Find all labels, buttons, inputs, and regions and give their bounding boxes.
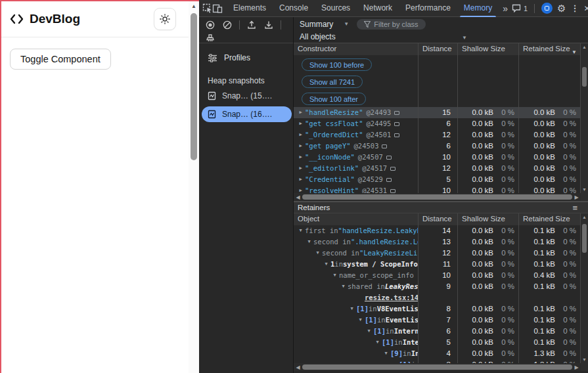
constructor-row[interactable]: ▶"_OrderedDict"@24501120.0 kB0 %0.0 kB0 … — [294, 129, 581, 141]
constructor-row[interactable]: ▶"get cssFloat"@2449560.0 kB0 %0.0 kB0 % — [294, 118, 581, 129]
tree-expanded-icon[interactable]: ▼ — [330, 270, 339, 281]
vscrollbar-thumb[interactable] — [582, 67, 587, 87]
preview-box-icon[interactable] — [390, 189, 396, 193]
scroll-down-icon[interactable]: ▼ — [581, 187, 588, 192]
tree-collapsed-icon[interactable]: ▶ — [296, 129, 305, 141]
tree-expanded-icon[interactable]: ▼ — [313, 248, 322, 259]
device-toolbar-icon[interactable] — [212, 0, 223, 17]
tree-expanded-icon[interactable]: ▼ — [339, 281, 348, 292]
preview-box-icon[interactable] — [386, 156, 392, 160]
tree-expanded-icon[interactable]: ▼ — [382, 348, 390, 359]
more-tabs-icon[interactable]: » — [499, 3, 512, 14]
retainers-hscrollbar[interactable]: ◀ ▶ — [294, 363, 581, 371]
load-profile-icon[interactable] — [244, 19, 259, 31]
retainer-row[interactable]: ▼[9] in In40.0 kB0 %1.3 kB0 % — [294, 348, 581, 359]
tree-collapsed-icon[interactable]: ▶ — [296, 163, 305, 174]
theme-toggle-button[interactable] — [154, 8, 176, 30]
scroll-up-icon[interactable]: ▲ — [581, 45, 588, 49]
issues-badge[interactable]: 1 — [512, 4, 528, 12]
constructor-row[interactable]: ▶"Credential"@2452950.0 kB0 %0.0 kB0 % — [294, 174, 581, 185]
scroll-up-icon[interactable]: ▲ — [189, 3, 199, 9]
snapshot-item-1[interactable]: Snap… (15…. — [199, 88, 293, 104]
retainer-row[interactable]: ▼1 in system / ScopeInfo @110.0 kB0 %0.1… — [294, 259, 581, 270]
column-constructor[interactable]: Constructor — [294, 43, 418, 55]
scroll-up-icon[interactable]: ▲ — [581, 215, 588, 219]
blue-circle-icon[interactable] — [541, 3, 553, 14]
constructor-row[interactable]: ▶"get pageY"@2450360.0 kB0 %0.0 kB0 % — [294, 141, 581, 152]
preview-box-icon[interactable] — [386, 178, 392, 182]
tree-expanded-icon[interactable]: ▼ — [348, 303, 356, 315]
clear-profiles-icon[interactable] — [220, 19, 235, 31]
preview-box-icon[interactable] — [394, 133, 399, 137]
snapshot-item-2[interactable]: Snap… (16…. — [202, 106, 292, 122]
tab-memory[interactable]: Memory — [457, 0, 499, 17]
scroll-down-icon[interactable]: ▼ — [581, 357, 588, 362]
preview-box-icon[interactable] — [390, 167, 396, 171]
object-filter-select[interactable]: All objects ▼ — [294, 31, 588, 43]
tree-collapsed-icon[interactable]: ▶ — [296, 141, 305, 152]
constructors-vscrollbar[interactable]: ▲ ▼ — [581, 43, 588, 201]
close-devtools-icon[interactable]: ✕ — [584, 5, 588, 12]
tree-expanded-icon[interactable]: ▼ — [365, 326, 373, 337]
hamburger-menu-icon[interactable]: ≡ — [572, 203, 577, 213]
hscrollbar-thumb[interactable] — [302, 194, 572, 200]
vscrollbar-thumb[interactable] — [582, 224, 587, 253]
preview-box-icon[interactable] — [382, 144, 387, 148]
retainers-vscrollbar[interactable]: ▲ ▼ — [581, 213, 588, 371]
tree-expanded-icon[interactable]: ▼ — [296, 225, 305, 236]
retainer-row[interactable]: resize.tsx:14 — [294, 292, 581, 303]
tab-sources[interactable]: Sources — [315, 0, 357, 17]
column-shallow-size[interactable]: Shallow Size — [458, 43, 519, 55]
column-retained-size[interactable]: Retained Size ▼ — [519, 43, 581, 55]
scroll-right-icon[interactable]: ▶ — [574, 364, 579, 370]
constructor-row[interactable]: ▶"_editorlink"@24517120.0 kB0 %0.0 kB0 % — [294, 163, 581, 174]
page-scrollbar[interactable]: ▲ — [189, 1, 199, 373]
tree-expanded-icon[interactable]: ▼ — [305, 236, 313, 248]
kebab-menu-icon[interactable]: ⋮ — [571, 4, 579, 12]
constructor-row[interactable]: ▶"resolveHint"@24531100.0 kB0 %0.0 kB0 % — [294, 185, 581, 193]
column-retained-size[interactable]: Retained Size — [519, 213, 581, 225]
column-shallow-size[interactable]: Shallow Size — [458, 213, 519, 225]
tab-console[interactable]: Console — [273, 0, 315, 17]
tree-collapsed-icon[interactable]: ▶ — [296, 174, 305, 185]
tree-expanded-icon[interactable]: ▼ — [322, 259, 330, 270]
scroll-left-icon[interactable]: ◀ — [295, 364, 301, 370]
preview-box-icon[interactable] — [394, 122, 399, 126]
retainer-row[interactable]: ▼shared in LeakyResiz90.0 kB0 %0.1 kB0 % — [294, 281, 581, 292]
tab-performance[interactable]: Performance — [399, 0, 457, 17]
tree-collapsed-icon[interactable]: ▶ — [296, 118, 305, 129]
column-object[interactable]: Object — [294, 213, 418, 225]
retainer-row[interactable]: ▼second in ".handleResize.Leaky130.0 kB0… — [294, 236, 581, 248]
tree-expanded-icon[interactable]: ▼ — [373, 337, 382, 348]
collect-garbage-icon[interactable] — [203, 32, 217, 44]
save-profile-icon[interactable] — [261, 19, 276, 31]
show-button-show-100-before[interactable]: Show 100 before — [302, 58, 372, 71]
column-distance[interactable]: Distance — [418, 43, 458, 55]
class-filter-input[interactable]: Filter by class — [357, 19, 425, 30]
retainer-row[interactable]: ▼first in "handleResize.LeakyRes140.0 kB… — [294, 225, 581, 236]
inspect-element-icon[interactable] — [202, 0, 212, 17]
settings-gear-icon[interactable]: ⚙ — [557, 3, 566, 13]
retainer-row[interactable]: ▼[1] in Interna60.0 kB0 %0.1 kB0 % — [294, 326, 581, 337]
tree-collapsed-icon[interactable]: ▶ — [296, 152, 305, 163]
page-scrollbar-thumb[interactable] — [191, 13, 197, 160]
retainer-row[interactable]: ▼name_or_scope_info in L100.0 kB0 %0.4 k… — [294, 270, 581, 281]
show-button-show-all-7241[interactable]: Show all 7241 — [302, 76, 363, 88]
sidebar-item-profiles[interactable]: Profiles — [199, 49, 293, 66]
tree-collapsed-icon[interactable]: ▶ — [296, 185, 305, 193]
retainer-row[interactable]: ▼[1] in EventList70.0 kB0 %0.1 kB0 % — [294, 315, 581, 326]
source-link[interactable]: resize.tsx:14 — [365, 292, 418, 303]
retainer-row[interactable]: ▼second in "LeakyResizeListe120.0 kB0 %0… — [294, 248, 581, 259]
constructor-row[interactable]: ▶"handleResize"@24493150.0 kB0 %0.0 kB0 … — [294, 107, 581, 118]
hscrollbar-thumb[interactable] — [302, 364, 572, 370]
retainer-row[interactable]: ▼[1] in V8EventList80.0 kB0 %0.1 kB0 % — [294, 303, 581, 315]
perspective-select[interactable]: Summary ▼ — [300, 20, 349, 29]
show-button-show-100-after[interactable]: Show 100 after — [302, 93, 366, 105]
column-distance[interactable]: Distance ▲ — [418, 213, 458, 225]
retainer-row[interactable]: ▼[1] in Inte50.0 kB0 %0.1 kB0 % — [294, 337, 581, 348]
constructor-row[interactable]: ▶"__iconNode"@24507100.0 kB0 %0.0 kB0 % — [294, 152, 581, 163]
record-heap-icon[interactable] — [203, 19, 217, 31]
preview-box-icon[interactable] — [394, 111, 399, 115]
scroll-left-icon[interactable]: ◀ — [295, 194, 301, 200]
tree-expanded-icon[interactable]: ▼ — [356, 315, 365, 326]
